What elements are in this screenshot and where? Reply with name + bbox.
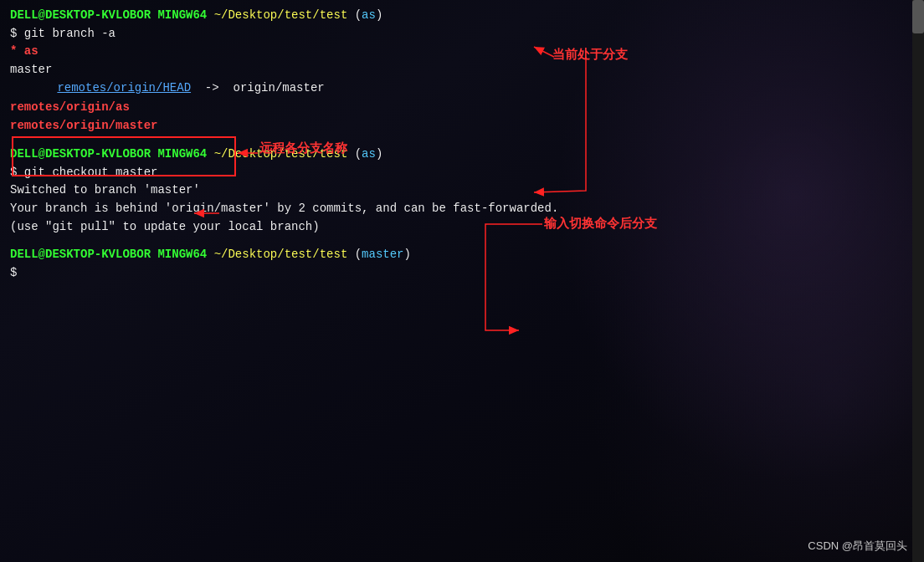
prompt-line-1: DELL@DESKTOP-KVLOBOR MINGW64 ~/Desktop/t… <box>10 7 914 25</box>
remote-as: remotes/origin/as <box>10 100 130 114</box>
cmd-line-1: $ git branch -a <box>10 25 914 43</box>
ann-current-branch: 当前处于分支 <box>552 47 628 63</box>
remote-branches-block: remotes/origin/as remotes/origin/master <box>10 99 914 135</box>
remote-master: remotes/origin/master <box>10 119 157 132</box>
prompt-branch-2: as <box>362 146 376 164</box>
final-dollar: $ <box>10 266 17 279</box>
behind-text: Your branch is behind 'origin/master' by… <box>10 202 558 215</box>
spacer-2 <box>10 236 914 246</box>
prompt-branch-3: master <box>362 246 403 264</box>
prompt-user-1: DELL@DESKTOP-KVLOBOR <box>10 7 151 25</box>
switched-text: Switched to branch 'master' <box>10 183 200 197</box>
branch-master-text: master <box>10 63 52 76</box>
remotes-head-link: remotes/origin/HEAD <box>57 81 191 95</box>
ann-after-switch: 输入切换命令后分支 <box>544 216 657 232</box>
prompt-line-3: DELL@DESKTOP-KVLOBOR MINGW64 ~/Desktop/t… <box>10 246 914 264</box>
scrollbar[interactable] <box>912 0 924 562</box>
ann-remote-branches: 远程各分支名称 <box>259 140 347 156</box>
remote-branches-box <box>12 136 236 176</box>
branch-master-line: master <box>10 61 914 79</box>
branch-current-line: * as <box>10 43 914 61</box>
cmd-text-1: $ git branch -a <box>10 27 116 40</box>
prompt-mingw-3: MINGW64 <box>157 246 207 264</box>
terminal-window: DELL@DESKTOP-KVLOBOR MINGW64 ~/Desktop/t… <box>0 0 924 562</box>
branch-current-marker: * as <box>10 44 38 58</box>
watermark: CSDN @昂首莫回头 <box>808 539 907 554</box>
scrollbar-thumb[interactable] <box>912 0 924 33</box>
remotes-head-dest: origin/master <box>233 81 324 95</box>
prompt-path-3: ~/Desktop/test/test <box>214 246 348 264</box>
prompt-mingw-1: MINGW64 <box>157 7 207 25</box>
switched-line: Switched to branch 'master' <box>10 181 914 200</box>
behind-line: Your branch is behind 'origin/master' by… <box>10 200 914 218</box>
prompt-path-1: ~/Desktop/test/test <box>214 7 348 25</box>
remotes-head-line: remotes/origin/HEAD -> origin/master <box>10 79 914 98</box>
prompt-user-3: DELL@DESKTOP-KVLOBOR <box>10 246 151 264</box>
final-dollar-line: $ <box>10 264 914 283</box>
ann-current-branch-label: 当前处于分支 <box>552 47 628 61</box>
ann-after-switch-label: 输入切换命令后分支 <box>544 216 657 230</box>
use-line: (use "git pull" to update your local bra… <box>10 218 914 237</box>
prompt-branch-1: as <box>362 7 376 25</box>
ann-remote-branches-label: 远程各分支名称 <box>259 140 347 155</box>
use-text: (use "git pull" to update your local bra… <box>10 220 320 233</box>
